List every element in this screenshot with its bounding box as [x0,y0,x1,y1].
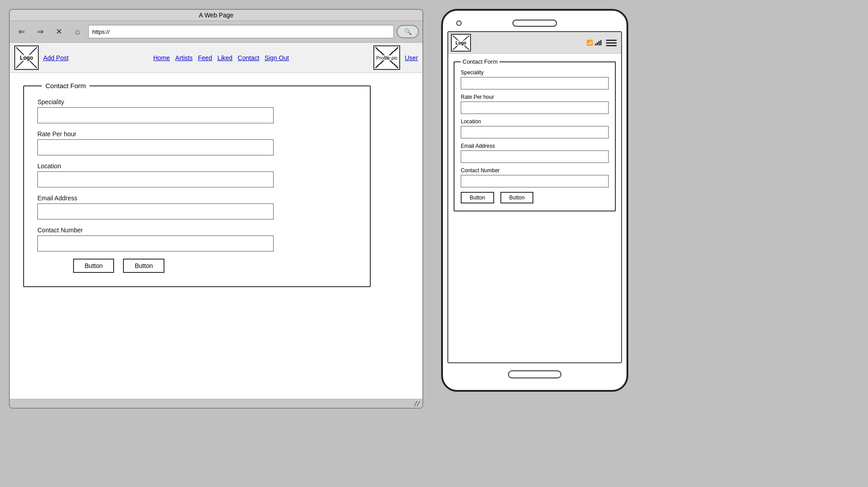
mobile-form-group-contact: Contact Number [461,167,609,187]
label-rate: Rate Per hour [37,130,356,138]
mobile-container: Logo 📶 [441,9,628,392]
mobile-top-bar [447,20,622,27]
hamburger-line-2 [606,42,617,44]
mobile-bottom-bar [508,363,561,381]
browser-statusbar: ╱╱ [10,399,422,408]
mobile-contact-form: Contact Form Speciality Rate Per hour Lo… [454,58,616,211]
home-icon: ⌂ [75,27,80,37]
nav-sign-out[interactable]: Sign Out [265,54,289,61]
page-main: Contact Form Speciality Rate Per hour Lo… [10,73,422,296]
home-button[interactable]: ⌂ [70,24,86,40]
form-button-2[interactable]: Button [123,259,164,273]
forward-button[interactable]: ⇒ [32,24,48,40]
search-icon: 🔍 [404,28,412,35]
hamburger-line-3 [606,45,617,46]
nav-artists[interactable]: Artists [175,54,192,61]
mobile-input-email[interactable] [461,150,609,163]
signal-bar-1 [595,44,596,45]
profile-pic: Profile pic [373,45,400,70]
mobile-phone: Logo 📶 [441,9,628,392]
mobile-screen: Logo 📶 [447,31,622,363]
input-rate[interactable] [37,139,274,155]
mobile-button-2[interactable]: Button [500,192,534,203]
mobile-button-1[interactable]: Button [461,192,494,203]
mobile-input-rate[interactable] [461,101,609,114]
form-buttons: Button Button [37,259,356,273]
mobile-content: Contact Form Speciality Rate Per hour Lo… [448,54,621,362]
mobile-input-contact[interactable] [461,175,609,187]
close-button[interactable]: ✕ [51,24,67,40]
form-group-contact: Contact Number [37,227,356,252]
input-email[interactable] [37,203,274,219]
forward-icon: ⇒ [37,27,44,37]
mobile-nav: Logo 📶 [448,32,621,54]
site-logo: Logo [14,45,39,70]
nav-feed[interactable]: Feed [198,54,212,61]
mobile-home-indicator [508,370,561,378]
browser-title-bar: A Web Page [10,10,422,20]
input-contact[interactable] [37,235,274,252]
site-nav: Logo Add Post Home Artists Feed Liked Co… [10,43,422,73]
search-button[interactable]: 🔍 [397,25,419,38]
close-icon: ✕ [56,27,62,37]
mobile-form-group-rate: Rate Per hour [461,94,609,114]
mobile-form-buttons: Button Button [461,192,609,203]
form-group-email: Email Address [37,195,356,219]
browser-title: A Web Page [199,12,233,19]
mobile-form-group-email: Email Address [461,143,609,163]
logo-text: Logo [19,55,34,61]
mobile-form-group-location: Location [461,118,609,138]
nav-user[interactable]: User [405,54,418,61]
signal-bars [595,40,602,45]
signal-bar-4 [600,40,602,45]
wifi-icon: 📶 [586,40,593,46]
url-bar[interactable] [88,25,394,38]
mobile-label-email: Email Address [461,143,609,149]
form-group-rate: Rate Per hour [37,130,356,155]
browser-window: A Web Page ⇐ ⇒ ✕ ⌂ 🔍 Logo Add Post Home [9,9,423,409]
form-group-speciality: Speciality [37,98,356,123]
contact-form-legend: Contact Form [42,82,90,89]
back-icon: ⇐ [18,27,25,37]
browser-toolbar: ⇐ ⇒ ✕ ⌂ 🔍 [10,20,422,43]
profile-pic-label: Profile pic [375,55,398,61]
form-button-1[interactable]: Button [73,259,114,273]
mobile-logo-text: Logo [455,41,466,45]
label-speciality: Speciality [37,98,356,106]
nav-links-center: Home Artists Feed Liked Contact Sign Out [153,54,289,61]
nav-right: Profile pic User [373,45,418,70]
nav-liked[interactable]: Liked [217,54,232,61]
mobile-signal-area: 📶 [586,40,602,46]
mobile-label-rate: Rate Per hour [461,94,609,100]
mobile-label-location: Location [461,118,609,125]
mobile-camera [456,20,462,26]
nav-add-post[interactable]: Add Post [43,54,69,61]
back-button[interactable]: ⇐ [13,24,29,40]
mobile-label-contact: Contact Number [461,167,609,174]
hamburger-line-1 [606,40,617,41]
contact-form: Contact Form Speciality Rate Per hour Lo… [23,82,371,287]
signal-bar-2 [597,42,598,45]
mobile-label-speciality: Speciality [461,69,609,76]
mobile-logo: Logo [451,34,471,52]
nav-home[interactable]: Home [153,54,170,61]
label-location: Location [37,162,356,170]
nav-contact[interactable]: Contact [238,54,259,61]
mobile-form-legend: Contact Form [461,58,500,65]
form-group-location: Location [37,162,356,187]
signal-bar-3 [598,41,600,45]
label-email: Email Address [37,195,356,202]
input-speciality[interactable] [37,107,274,123]
mobile-speaker [512,20,557,27]
statusbar-icon: ╱╱ [414,401,420,406]
hamburger-menu[interactable] [604,38,618,48]
mobile-form-group-speciality: Speciality [461,69,609,89]
mobile-input-location[interactable] [461,126,609,138]
mobile-input-speciality[interactable] [461,77,609,89]
label-contact: Contact Number [37,227,356,234]
input-location[interactable] [37,171,274,187]
browser-content: Logo Add Post Home Artists Feed Liked Co… [10,43,422,399]
